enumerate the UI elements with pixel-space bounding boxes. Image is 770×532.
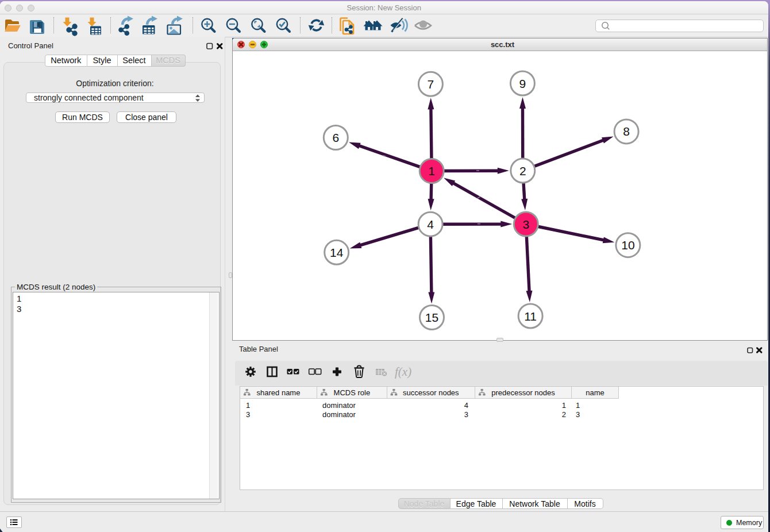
svg-text:14: 14 <box>330 245 344 259</box>
svg-text:7: 7 <box>427 77 434 90</box>
svg-text:10: 10 <box>621 238 634 252</box>
svg-text:15: 15 <box>425 311 438 324</box>
svg-text:f(x): f(x) <box>395 365 411 379</box>
svg-text:2: 2 <box>519 164 526 177</box>
svg-text:8: 8 <box>623 125 630 138</box>
svg-text:4: 4 <box>427 217 434 230</box>
svg-text:3: 3 <box>522 217 529 230</box>
svg-text:11: 11 <box>524 309 537 322</box>
svg-text:6: 6 <box>332 131 339 144</box>
svg-text:1: 1 <box>428 164 435 178</box>
svg-text:9: 9 <box>519 76 526 90</box>
